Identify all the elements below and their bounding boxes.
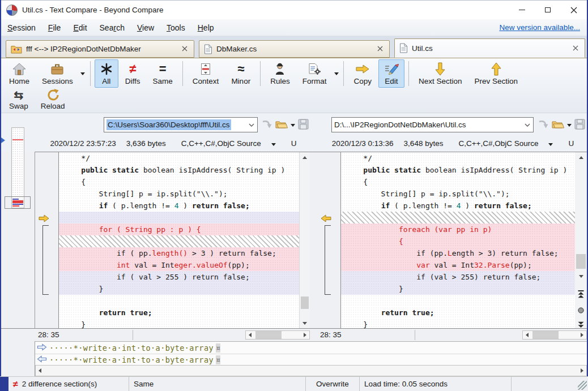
scroll-down-icon[interactable] [575, 271, 587, 281]
overwrite-mode[interactable]: Overwrite [306, 377, 360, 391]
line-ending-mark: ¤ [216, 343, 220, 353]
code-line: if ( p.length != 4 ) return false; [59, 200, 299, 212]
center-diff-icon[interactable] [575, 303, 587, 317]
scroll-up-icon[interactable] [300, 152, 310, 162]
app-logo-icon [6, 5, 18, 16]
scroll-left-icon[interactable] [523, 331, 531, 339]
tab-dbmaker-cs[interactable]: DbMaker.cs [199, 40, 390, 58]
toolbar-button-prev-section[interactable]: Prev Section [468, 59, 523, 88]
context-icon [199, 62, 212, 76]
resize-grip[interactable] [578, 381, 587, 390]
toolbar-button-label: Home [9, 77, 29, 85]
right-format-select[interactable]: C,C++,C#,ObjC Source [453, 139, 558, 148]
menu-item-edit[interactable]: Edit [67, 19, 93, 36]
pane-splitter[interactable] [310, 152, 317, 328]
toolbar-button-format[interactable]: Format [297, 59, 333, 88]
right-code-pane[interactable]: */ public static boolean isIpAddress( St… [340, 152, 576, 328]
menu-item-view[interactable]: View [131, 19, 160, 36]
dropdown-icon[interactable] [79, 59, 87, 88]
close-button[interactable] [561, 1, 587, 19]
toolbar-button-label: Edit [385, 77, 398, 85]
left-scrollbar[interactable] [299, 152, 310, 328]
chevron-down-icon[interactable] [246, 123, 257, 127]
close-icon [570, 7, 577, 14]
toolbar-button-minor[interactable]: ≈Minor [225, 59, 256, 88]
scroll-right-icon[interactable] [301, 331, 309, 339]
diffs-icon: ≠ [129, 62, 136, 76]
scroll-thumb[interactable] [255, 331, 282, 339]
menu-item-help[interactable]: Help [191, 19, 220, 36]
toolbar-button-label: Format [302, 77, 327, 85]
same-status: Same [129, 377, 306, 391]
left-hscrollbar[interactable] [245, 330, 310, 340]
save-file-icon [298, 119, 309, 132]
toolbar-button-next-section[interactable]: Next Section [413, 59, 468, 88]
left-position: 28: 35 [35, 329, 312, 341]
close-icon[interactable] [376, 45, 385, 53]
same-icon: = [159, 62, 167, 76]
browse-dropdown-icon[interactable] [567, 124, 572, 127]
toolbar-separator [343, 61, 344, 86]
toolbar-button-sessions[interactable]: Sessions [36, 59, 79, 88]
toolbar-button-all[interactable]: All [95, 59, 118, 88]
toolbar-button-diffs[interactable]: ≠Diffs [120, 59, 146, 88]
code-line: } [59, 283, 299, 295]
scroll-left-icon[interactable] [246, 331, 254, 339]
code-line: var val = Int32.Parse(pp); [341, 259, 576, 271]
line-viewer-text: ·····*·write·a·int·to·a·byte·array [49, 343, 214, 353]
scroll-left-icon[interactable] [36, 366, 44, 376]
tab-fff-ip2regiondotnetdbmaker[interactable]: fff <--> IP2RegionDotNetDbMaker [6, 40, 194, 58]
right-scrollbar[interactable] [575, 152, 587, 328]
left-path-combo[interactable]: C:\Users\Soar360\Desktop\fff\Util.cs [104, 117, 258, 132]
prev-diff-icon[interactable] [575, 287, 587, 302]
scroll-right-icon[interactable] [578, 366, 586, 376]
code-line [341, 212, 576, 224]
close-icon[interactable] [571, 44, 580, 53]
toolbar-button-home[interactable]: Home [3, 59, 35, 88]
menu-item-search[interactable]: Search [93, 19, 131, 36]
scroll-up-icon[interactable] [575, 152, 587, 162]
left-format-select[interactable]: C,C++,C#,ObjC Source [176, 139, 281, 148]
left-file-size: 3,636 bytes [126, 139, 166, 148]
update-link[interactable]: New version available... [499, 23, 580, 32]
right-file-modified: 2020/12/3 0:13:36 [332, 139, 394, 148]
document-icon [204, 44, 212, 54]
left-cursor-position: 28: 35 [38, 329, 59, 341]
close-icon[interactable] [180, 45, 189, 53]
scroll-thumb[interactable] [532, 331, 559, 339]
overview-viewport-frame[interactable] [5, 196, 31, 209]
toolbar-button-rules[interactable]: Rules [265, 59, 296, 88]
browse-file-icon[interactable] [275, 119, 288, 131]
maximize-button[interactable] [535, 1, 561, 19]
minimize-button[interactable] [509, 1, 535, 19]
scroll-right-icon[interactable] [578, 331, 586, 339]
chevron-down-icon[interactable] [522, 123, 533, 127]
toolbar-button-copy[interactable]: Copy [348, 59, 377, 88]
browse-dropdown-icon[interactable] [291, 124, 295, 127]
toolbar-button-swap[interactable]: ⇆Swap [3, 90, 34, 113]
bottom-scrollbar[interactable] [35, 365, 587, 376]
right-path-combo[interactable]: D:\...\IP2RegionDotNetDbMaker\Util.cs [331, 117, 534, 132]
toolbar-button-same[interactable]: =Same [147, 59, 178, 88]
menu-item-tools[interactable]: Tools [160, 19, 191, 36]
toolbar-button-edit[interactable]: Edit [378, 59, 404, 88]
section-arrow-right-icon[interactable] [39, 214, 49, 225]
section-arrow-left-icon[interactable] [321, 214, 331, 225]
toolbar-button-context[interactable]: Context [187, 59, 225, 88]
browse-file-icon[interactable] [552, 119, 564, 131]
left-code-pane[interactable]: */ public static boolean isIpAddress( St… [58, 152, 299, 328]
menu-item-file[interactable]: File [42, 19, 67, 36]
scroll-down-icon[interactable] [300, 318, 310, 328]
overview-position-marker [1, 138, 5, 143]
minor-icon: ≈ [237, 62, 244, 76]
scroll-thumb[interactable] [301, 297, 309, 309]
section-bracket [325, 225, 331, 295]
toolbar-button-reload[interactable]: Reload [35, 90, 71, 113]
menu-item-session[interactable]: Session [1, 19, 42, 36]
minimize-icon [519, 10, 525, 10]
code-line: { [341, 176, 576, 188]
scroll-thumb[interactable] [576, 254, 586, 269]
tab-util-cs[interactable]: Util.cs [394, 38, 585, 58]
right-hscrollbar[interactable] [522, 330, 587, 340]
dropdown-icon[interactable] [333, 59, 340, 88]
